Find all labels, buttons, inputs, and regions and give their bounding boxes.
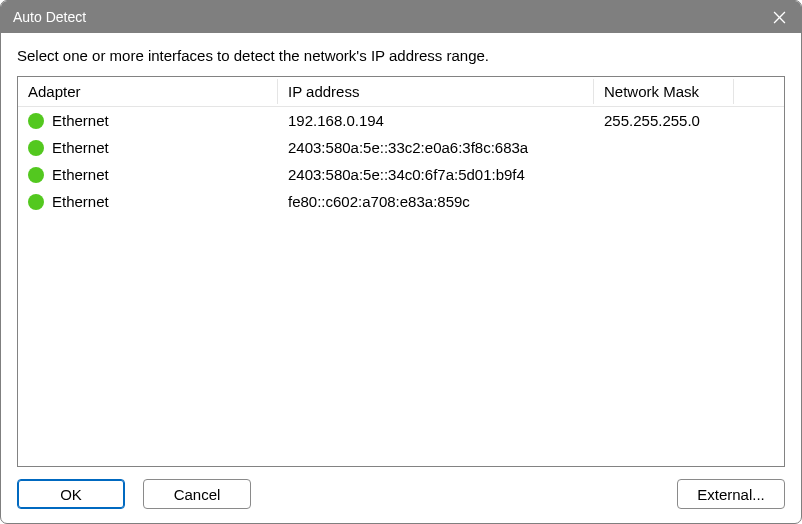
interfaces-list[interactable]: Adapter IP address Network Mask Ethernet… — [17, 76, 785, 467]
close-button[interactable] — [769, 7, 789, 27]
table-row[interactable]: Ethernet fe80::c602:a708:e83a:859c — [18, 188, 784, 215]
table-row[interactable]: Ethernet 192.168.0.194 255.255.255.0 — [18, 107, 784, 134]
cell-ip: fe80::c602:a708:e83a:859c — [278, 193, 594, 210]
header-adapter[interactable]: Adapter — [18, 79, 278, 104]
adapter-name: Ethernet — [52, 193, 109, 210]
status-dot-icon — [28, 140, 44, 156]
titlebar: Auto Detect — [1, 1, 801, 33]
table-row[interactable]: Ethernet 2403:580a:5e::33c2:e0a6:3f8c:68… — [18, 134, 784, 161]
instruction-text: Select one or more interfaces to detect … — [17, 47, 785, 64]
ok-button[interactable]: OK — [17, 479, 125, 509]
adapter-name: Ethernet — [52, 112, 109, 129]
cancel-button[interactable]: Cancel — [143, 479, 251, 509]
cell-ip: 2403:580a:5e::33c2:e0a6:3f8c:683a — [278, 139, 594, 156]
status-dot-icon — [28, 113, 44, 129]
cell-ip: 192.168.0.194 — [278, 112, 594, 129]
list-rows: Ethernet 192.168.0.194 255.255.255.0 Eth… — [18, 107, 784, 466]
header-mask[interactable]: Network Mask — [594, 79, 734, 104]
cell-mask: 255.255.255.0 — [594, 112, 734, 129]
cell-adapter: Ethernet — [18, 112, 278, 129]
window-title: Auto Detect — [13, 9, 86, 25]
adapter-name: Ethernet — [52, 166, 109, 183]
cell-adapter: Ethernet — [18, 193, 278, 210]
external-button[interactable]: External... — [677, 479, 785, 509]
dialog-window: Auto Detect Select one or more interface… — [0, 0, 802, 524]
button-row: OK Cancel External... — [15, 473, 787, 511]
list-header: Adapter IP address Network Mask — [18, 77, 784, 107]
header-spacer — [734, 88, 784, 96]
status-dot-icon — [28, 167, 44, 183]
cell-adapter: Ethernet — [18, 166, 278, 183]
adapter-name: Ethernet — [52, 139, 109, 156]
cell-ip: 2403:580a:5e::34c0:6f7a:5d01:b9f4 — [278, 166, 594, 183]
status-dot-icon — [28, 194, 44, 210]
close-icon — [773, 11, 786, 24]
cell-adapter: Ethernet — [18, 139, 278, 156]
dialog-body: Select one or more interfaces to detect … — [1, 33, 801, 523]
header-ip[interactable]: IP address — [278, 79, 594, 104]
table-row[interactable]: Ethernet 2403:580a:5e::34c0:6f7a:5d01:b9… — [18, 161, 784, 188]
